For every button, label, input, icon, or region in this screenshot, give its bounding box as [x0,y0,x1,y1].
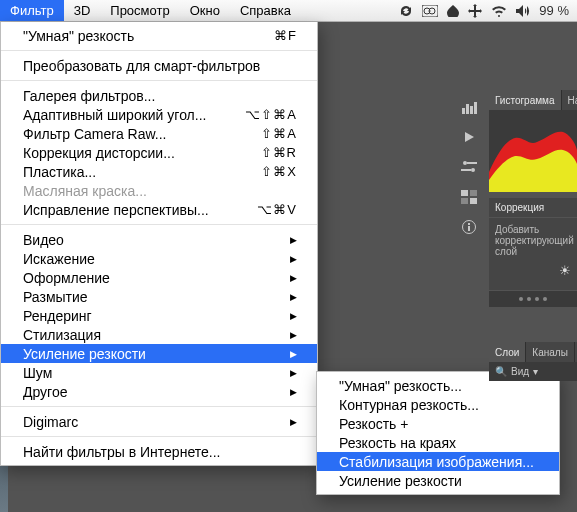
menu-item[interactable]: Оформление [1,268,317,287]
menu-item[interactable]: Адаптивный широкий угол...⌥⇧⌘A [1,105,317,124]
menu-item-label: Найти фильтры в Интернете... [23,444,220,460]
correction-panel-header[interactable]: Коррекция [489,198,577,217]
menu-item[interactable]: Преобразовать для смарт-фильтров [1,56,317,75]
menu-item-shortcut: ⇧⌘X [261,164,297,179]
menu-item-label: Размытие [23,289,88,305]
menu-item[interactable]: Усиление резкости [1,344,317,363]
svg-rect-5 [470,106,473,114]
tab-histogram[interactable]: Гистограмма [489,90,562,110]
adjustments-icon[interactable] [460,158,478,176]
chevron-down-icon[interactable]: ▾ [533,366,538,377]
layers-kind-label: Вид [511,366,529,377]
submenu-item[interactable]: Усиление резкости [317,471,559,490]
play-icon[interactable] [460,128,478,146]
menu-item-label: Видео [23,232,64,248]
layers-panel-group: Слои Каналы Контуры 🔍 Вид ▾ [489,342,577,381]
svg-rect-3 [462,108,465,114]
submenu-item[interactable]: Резкость на краях [317,433,559,452]
menu-item[interactable]: "Умная" резкость⌘F [1,26,317,45]
filter-menu-dropdown: "Умная" резкость⌘FПреобразовать для смар… [0,22,318,466]
menu-item-label: Шум [23,365,52,381]
menu-item[interactable]: Digimarc [1,412,317,431]
brightness-icon[interactable]: ☀ [495,263,571,278]
correction-panel-body: Добавить корректирующий слой ☀ [489,218,577,290]
panel-icon-strip [454,94,484,284]
menu-item[interactable]: Пластика...⇧⌘X [1,162,317,181]
cc-icon [422,5,438,17]
submenu-item[interactable]: Резкость + [317,414,559,433]
svg-point-7 [463,161,467,165]
menu-item-label: Галерея фильтров... [23,88,155,104]
svg-rect-6 [474,102,477,114]
battery-percent: 99 % [539,3,569,18]
menu-item-shortcut: ⇧⌘A [261,126,297,141]
menu-3d[interactable]: 3D [64,0,101,21]
menu-item[interactable]: Шум [1,363,317,382]
menu-item-label: Пластика... [23,164,96,180]
menubar-status-area: 99 % [399,3,577,18]
menu-item-label: Рендеринг [23,308,92,324]
menu-item[interactable]: Исправление перспективы...⌥⌘V [1,200,317,219]
svg-rect-17 [468,223,470,225]
panel-tabs-histogram: Гистограмма Навигатор [489,90,577,110]
menu-item-label: Исправление перспективы... [23,202,209,218]
svg-rect-4 [466,104,469,114]
leaf-icon [447,5,459,17]
menu-help[interactable]: Справка [230,0,301,21]
menu-item-label: Оформление [23,270,110,286]
menu-item-label: Стилизация [23,327,101,343]
search-icon: 🔍 [495,366,507,377]
menu-item-shortcut: ⌘F [274,28,297,43]
menu-item-label: Коррекция дисторсии... [23,145,175,161]
menu-item[interactable]: Видео [1,230,317,249]
svg-rect-8 [467,162,477,164]
svg-rect-14 [470,198,477,204]
histogram-panel-group: Гистограмма Навигатор Коррекция Добавить… [489,90,577,307]
menu-item[interactable]: Рендеринг [1,306,317,325]
menu-item-label: Digimarc [23,414,78,430]
info-icon[interactable] [460,218,478,236]
tab-layers[interactable]: Слои [489,342,526,362]
menu-window[interactable]: Окно [180,0,230,21]
menu-item-label: Другое [23,384,67,400]
menu-item[interactable]: Искажение [1,249,317,268]
menu-item-label: "Умная" резкость [23,28,134,44]
menu-item[interactable]: Другое [1,382,317,401]
svg-rect-11 [461,190,468,196]
volume-icon [516,5,530,17]
sync-icon [399,4,413,18]
menu-item-label: Масляная краска... [23,183,147,199]
svg-rect-12 [470,190,477,196]
menu-item[interactable]: Стилизация [1,325,317,344]
correction-hint-text: Добавить корректирующий слой [495,224,574,257]
histogram-display [489,110,577,192]
mac-menubar: Фильтр 3D Просмотр Окно Справка 99 % [0,0,577,22]
layers-panel-body: 🔍 Вид ▾ [489,362,577,381]
histogram-icon[interactable] [460,98,478,116]
menu-item-shortcut: ⌥⌘V [257,202,297,217]
menu-item-label: Адаптивный широкий угол... [23,107,206,123]
menu-item-label: Усиление резкости [23,346,146,362]
menu-item[interactable]: Размытие [1,287,317,306]
submenu-item[interactable]: Контурная резкость... [317,395,559,414]
menu-filter[interactable]: Фильтр [0,0,64,21]
move-icon [468,4,482,18]
menu-item: Масляная краска... [1,181,317,200]
menu-item[interactable]: Галерея фильтров... [1,86,317,105]
svg-point-9 [471,168,475,172]
submenu-item[interactable]: Стабилизация изображения... [317,452,559,471]
swatches-icon[interactable] [460,188,478,206]
menu-item[interactable]: Коррекция дисторсии...⇧⌘R [1,143,317,162]
menu-item-label: Искажение [23,251,95,267]
wifi-icon [491,5,507,17]
panel-pager-dots [489,291,577,307]
panel-tabs-layers: Слои Каналы Контуры [489,342,577,362]
tab-navigator[interactable]: Навигатор [562,90,577,110]
sharpen-submenu: "Умная" резкость...Контурная резкость...… [316,371,560,495]
menu-view[interactable]: Просмотр [100,0,179,21]
menu-item[interactable]: Фильтр Camera Raw...⇧⌘A [1,124,317,143]
menu-item[interactable]: Найти фильтры в Интернете... [1,442,317,461]
menu-item-shortcut: ⌥⇧⌘A [245,107,297,122]
menu-item-shortcut: ⇧⌘R [261,145,297,160]
tab-channels[interactable]: Каналы [526,342,575,362]
